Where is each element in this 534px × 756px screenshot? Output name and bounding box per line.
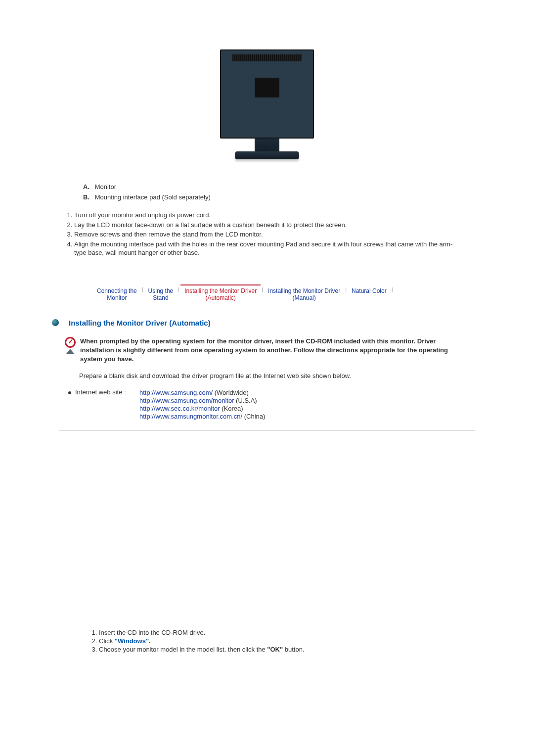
- monitor-rear-illustration: [215, 49, 319, 168]
- image-legend: A. Monitor B. Mounting interface pad (So…: [83, 183, 455, 201]
- note-icon: [60, 337, 80, 364]
- install-step: Click "Windows".: [99, 637, 455, 645]
- monitor-back-panel: [220, 49, 314, 139]
- tab-separator: |: [261, 284, 264, 294]
- step-item: Turn off your monitor and unplug its pow…: [74, 211, 455, 220]
- step-item: Align the mounting interface pad with th…: [74, 240, 455, 257]
- note-text: When prompted by the operating system fo…: [80, 337, 455, 364]
- monitor-stand-base: [235, 151, 299, 159]
- link-suffix: (China): [242, 413, 265, 420]
- website-label: Internet web site :: [75, 388, 139, 421]
- website-links: http://www.samsung.com/ (Worldwide) http…: [139, 388, 455, 421]
- link-sec-korea[interactable]: http://www.sec.co.kr/monitor: [139, 405, 220, 412]
- section-bullet-icon: [52, 319, 59, 326]
- tab-using-stand[interactable]: Using the Stand: [144, 284, 178, 304]
- divider-line: [59, 430, 475, 431]
- section-title: Installing the Monitor Driver (Automatic…: [69, 319, 211, 327]
- monitor-stand-neck: [255, 139, 279, 151]
- step-item: Lay the LCD monitor face-down on a flat …: [74, 221, 455, 230]
- link-samsung-global[interactable]: http://www.samsung.com/: [139, 389, 213, 396]
- legend-text-b: Mounting interface pad (Sold separately): [95, 193, 211, 201]
- tab-install-driver-manual[interactable]: Installing the Monitor Driver (Manual): [264, 284, 344, 304]
- install-step: Choose your monitor model in the model l…: [99, 646, 455, 653]
- text-fragment: Click: [99, 637, 115, 645]
- mounting-steps: Turn off your monitor and unplug its pow…: [65, 211, 455, 257]
- text-fragment: .: [149, 637, 151, 645]
- tab-separator: |: [391, 284, 394, 294]
- section-tabs: Connecting the Monitor | Using the Stand…: [93, 284, 455, 304]
- link-samsung-usa[interactable]: http://www.samsung.com/monitor: [139, 397, 234, 404]
- install-steps: Insert the CD into the CD-ROM drive. Cli…: [79, 629, 455, 653]
- legend-letter-a: A.: [83, 183, 93, 190]
- tab-connecting-monitor[interactable]: Connecting the Monitor: [93, 284, 141, 304]
- link-samsung-china[interactable]: http://www.samsungmonitor.com.cn/: [139, 413, 242, 420]
- install-step: Insert the CD into the CD-ROM drive.: [99, 629, 455, 636]
- keyword-windows: "Windows": [115, 637, 149, 645]
- keyword-ok: "OK": [267, 646, 283, 653]
- tab-separator: |: [177, 284, 180, 294]
- step-item: Remove screws and then remove the stand …: [74, 230, 455, 239]
- tab-install-driver-auto[interactable]: Installing the Monitor Driver (Automatic…: [180, 284, 261, 304]
- link-suffix: (Worldwide): [213, 389, 249, 396]
- text-fragment: button.: [283, 646, 304, 653]
- tab-natural-color[interactable]: Natural Color: [348, 284, 391, 296]
- link-suffix: (Korea): [220, 405, 243, 412]
- list-bullet-icon: [68, 391, 71, 394]
- link-suffix: (U.S.A): [234, 397, 257, 404]
- legend-text-a: Monitor: [95, 183, 116, 190]
- prepare-text: Prepare a blank disk and download the dr…: [79, 372, 455, 380]
- tab-separator: |: [141, 284, 144, 294]
- text-fragment: Choose your monitor model in the model l…: [99, 646, 267, 653]
- legend-letter-b: B.: [83, 193, 93, 201]
- tab-separator: |: [344, 284, 348, 294]
